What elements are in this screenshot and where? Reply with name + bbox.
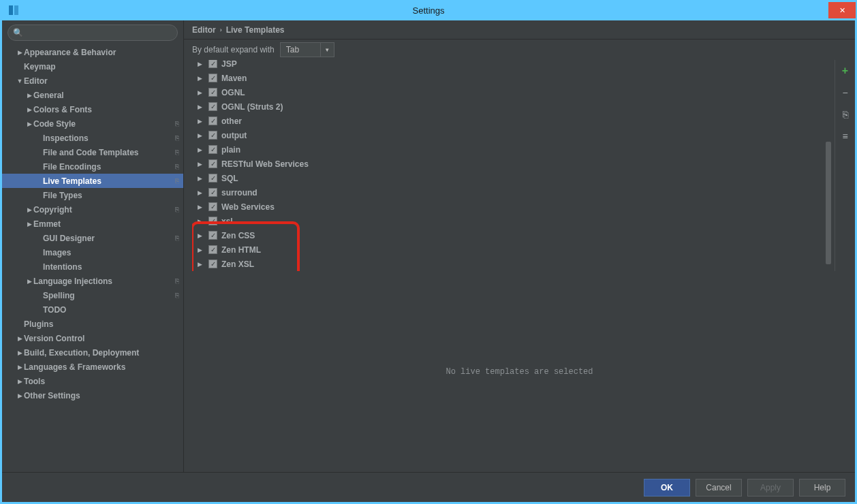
sidebar-item-intentions[interactable]: Intentions [2,259,183,274]
sidebar-item-label: Tools [24,377,45,386]
sidebar-item-general[interactable]: ▶General [2,88,183,102]
expand-select[interactable]: ▼ [280,42,334,57]
sidebar-item-language-injections[interactable]: ▶Language Injections⎘ [2,274,183,288]
template-group-ognl[interactable]: ▶✓OGNL [192,85,832,99]
sidebar-item-editor[interactable]: ▼Editor [2,74,183,88]
copy-button[interactable]: ⎘ [839,108,852,121]
template-checkbox[interactable]: ✓ [208,159,217,168]
scheme-icon: ⎘ [175,148,179,156]
template-group-output[interactable]: ▶✓output [192,128,832,142]
sidebar-item-file-encodings[interactable]: File Encodings⎘ [2,159,183,174]
chevron-right-icon: ▶ [198,232,204,239]
template-checkbox[interactable]: ✓ [208,131,217,140]
svg-rect-1 [14,5,18,15]
chevron-right-icon: ▶ [198,104,204,110]
template-checkbox[interactable]: ✓ [208,174,217,183]
chevron-right-icon: ▶ [198,247,204,253]
template-group-maven[interactable]: ▶✓Maven [192,71,832,85]
template-label: surround [221,188,258,198]
scrollbar-thumb[interactable] [826,142,831,264]
chevron-right-icon: ▶ [198,89,204,96]
sidebar-item-spelling[interactable]: Spelling⎘ [2,288,183,302]
ok-button[interactable]: OK [644,479,690,497]
template-checkbox[interactable]: ✓ [208,245,217,254]
sidebar-item-plugins[interactable]: Plugins [2,317,183,331]
chevron-icon: ▶ [25,92,33,99]
template-list[interactable]: ▶✓JSP▶✓Maven▶✓OGNL▶✓OGNL (Struts 2)▶✓oth… [192,60,832,271]
template-checkbox[interactable]: ✓ [208,217,217,225]
search-input[interactable] [7,25,178,41]
sidebar-item-copyright[interactable]: ▶Copyright⎘ [2,202,183,217]
sidebar-item-live-templates[interactable]: Live Templates⎘ [2,174,183,188]
template-group-plain[interactable]: ▶✓plain [192,142,832,157]
template-group-ognl-struts-2-[interactable]: ▶✓OGNL (Struts 2) [192,99,832,114]
cancel-button[interactable]: Cancel [696,479,742,497]
template-checkbox[interactable]: ✓ [208,231,217,240]
add-button[interactable]: + [839,64,852,78]
template-checkbox[interactable]: ✓ [208,88,217,97]
scheme-icon: ⎘ [175,163,179,170]
template-checkbox[interactable]: ✓ [208,60,217,68]
sidebar-item-label: Editor [24,76,48,86]
template-label: plain [221,145,240,155]
sidebar-item-label: Images [43,248,71,257]
sidebar-item-other-settings[interactable]: ▶Other Settings [2,388,183,403]
chevron-right-icon: ▶ [198,146,204,153]
sidebar-item-keymap[interactable]: Keymap [2,59,183,74]
sidebar-item-label: Other Settings [24,391,80,400]
expand-value[interactable] [280,42,321,57]
template-checkbox[interactable]: ✓ [208,74,217,82]
sidebar-item-languages-frameworks[interactable]: ▶Languages & Frameworks [2,360,183,374]
chevron-right-icon: ▶ [198,204,204,210]
apply-button[interactable]: Apply [747,479,794,497]
template-group-restful-web-services[interactable]: ▶✓RESTful Web Services [192,157,832,171]
template-label: Web Services [221,202,275,212]
chevron-icon: ▶ [25,206,33,213]
help-button[interactable]: Help [799,479,845,497]
sidebar-item-inspections[interactable]: Inspections⎘ [2,131,183,145]
chevron-right-icon: ▶ [198,75,204,82]
sidebar-item-build-execution-deployment[interactable]: ▶Build, Execution, Deployment [2,345,183,360]
template-group-jsp[interactable]: ▶✓JSP [192,60,832,71]
template-checkbox[interactable]: ✓ [208,259,217,268]
sidebar-item-emmet[interactable]: ▶Emmet [2,217,183,231]
template-group-zen-css[interactable]: ▶✓Zen CSS [192,228,832,242]
template-group-web-services[interactable]: ▶✓Web Services [192,200,832,214]
sidebar-item-code-style[interactable]: ▶Code Style⎘ [2,116,183,131]
chevron-down-icon[interactable]: ▼ [321,42,334,57]
list-icon[interactable]: ≡ [839,129,852,143]
sidebar-item-label: File Types [43,191,82,200]
breadcrumb-leaf: Live Templates [226,25,285,35]
template-group-zen-html[interactable]: ▶✓Zen HTML [192,242,832,257]
close-button[interactable]: ✕ [828,2,856,18]
template-label: Zen HTML [221,245,261,255]
template-group-other[interactable]: ▶✓other [192,114,832,128]
settings-tree[interactable]: ▶Appearance & BehaviorKeymap▼Editor▶Gene… [2,45,183,472]
template-checkbox[interactable]: ✓ [208,116,217,125]
template-checkbox[interactable]: ✓ [208,202,217,211]
chevron-right-icon: ▶ [198,189,204,196]
breadcrumb-root[interactable]: Editor [192,25,216,35]
template-group-xsl[interactable]: ▶✓xsl [192,214,832,228]
sidebar-item-colors-fonts[interactable]: ▶Colors & Fonts [2,102,183,116]
sidebar-item-tools[interactable]: ▶Tools [2,374,183,388]
scheme-icon: ⎘ [175,234,179,242]
remove-button[interactable]: − [839,86,852,99]
template-checkbox[interactable]: ✓ [208,102,217,111]
template-group-surround[interactable]: ▶✓surround [192,185,832,200]
sidebar-item-file-types[interactable]: File Types [2,188,183,202]
template-checkbox[interactable]: ✓ [208,145,217,154]
sidebar-item-images[interactable]: Images [2,245,183,259]
scrollbar-vertical[interactable] [825,60,832,271]
sidebar-item-todo[interactable]: TODO [2,302,183,317]
scheme-icon: ⎘ [175,206,179,213]
sidebar-item-gui-designer[interactable]: GUI Designer⎘ [2,231,183,245]
template-group-zen-xsl[interactable]: ▶✓Zen XSL [192,257,832,271]
chevron-icon: ▶ [25,106,33,113]
template-group-sql[interactable]: ▶✓SQL [192,171,832,185]
sidebar-item-file-and-code-templates[interactable]: File and Code Templates⎘ [2,145,183,159]
template-checkbox[interactable]: ✓ [208,188,217,197]
sidebar-item-appearance-behavior[interactable]: ▶Appearance & Behavior [2,45,183,59]
sidebar-item-version-control[interactable]: ▶Version Control [2,331,183,345]
sidebar-item-label: Keymap [24,62,56,72]
